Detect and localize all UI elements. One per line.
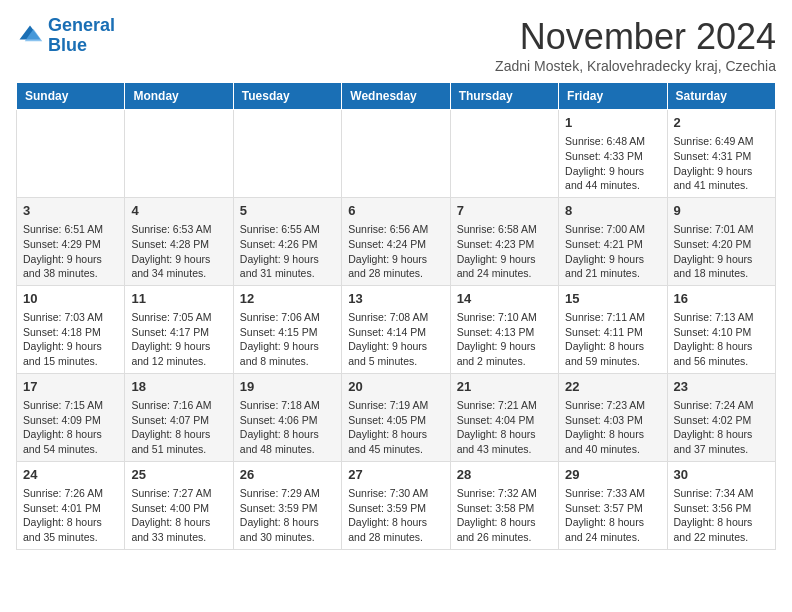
day-number: 2: [674, 114, 769, 132]
day-number: 23: [674, 378, 769, 396]
day-info: Sunrise: 7:19 AM Sunset: 4:05 PM Dayligh…: [348, 398, 443, 457]
calendar-body: 1Sunrise: 6:48 AM Sunset: 4:33 PM Daylig…: [17, 110, 776, 550]
day-info: Sunrise: 7:00 AM Sunset: 4:21 PM Dayligh…: [565, 222, 660, 281]
calendar-cell: 16Sunrise: 7:13 AM Sunset: 4:10 PM Dayli…: [667, 285, 775, 373]
calendar-cell: 20Sunrise: 7:19 AM Sunset: 4:05 PM Dayli…: [342, 373, 450, 461]
weekday-header-wednesday: Wednesday: [342, 83, 450, 110]
week-row-1: 3Sunrise: 6:51 AM Sunset: 4:29 PM Daylig…: [17, 197, 776, 285]
logo-line1: General: [48, 15, 115, 35]
day-info: Sunrise: 7:24 AM Sunset: 4:02 PM Dayligh…: [674, 398, 769, 457]
day-number: 26: [240, 466, 335, 484]
day-info: Sunrise: 7:11 AM Sunset: 4:11 PM Dayligh…: [565, 310, 660, 369]
day-number: 28: [457, 466, 552, 484]
day-info: Sunrise: 6:55 AM Sunset: 4:26 PM Dayligh…: [240, 222, 335, 281]
day-number: 16: [674, 290, 769, 308]
calendar-cell: [17, 110, 125, 198]
calendar-cell: 13Sunrise: 7:08 AM Sunset: 4:14 PM Dayli…: [342, 285, 450, 373]
day-info: Sunrise: 7:33 AM Sunset: 3:57 PM Dayligh…: [565, 486, 660, 545]
day-info: Sunrise: 6:51 AM Sunset: 4:29 PM Dayligh…: [23, 222, 118, 281]
day-info: Sunrise: 7:01 AM Sunset: 4:20 PM Dayligh…: [674, 222, 769, 281]
calendar-cell: 6Sunrise: 6:56 AM Sunset: 4:24 PM Daylig…: [342, 197, 450, 285]
day-info: Sunrise: 7:16 AM Sunset: 4:07 PM Dayligh…: [131, 398, 226, 457]
weekday-header-row: SundayMondayTuesdayWednesdayThursdayFrid…: [17, 83, 776, 110]
calendar-cell: [125, 110, 233, 198]
day-info: Sunrise: 7:29 AM Sunset: 3:59 PM Dayligh…: [240, 486, 335, 545]
day-number: 30: [674, 466, 769, 484]
day-info: Sunrise: 7:08 AM Sunset: 4:14 PM Dayligh…: [348, 310, 443, 369]
calendar-cell: 12Sunrise: 7:06 AM Sunset: 4:15 PM Dayli…: [233, 285, 341, 373]
day-number: 20: [348, 378, 443, 396]
day-info: Sunrise: 7:23 AM Sunset: 4:03 PM Dayligh…: [565, 398, 660, 457]
day-info: Sunrise: 7:10 AM Sunset: 4:13 PM Dayligh…: [457, 310, 552, 369]
day-info: Sunrise: 7:30 AM Sunset: 3:59 PM Dayligh…: [348, 486, 443, 545]
calendar-cell: 14Sunrise: 7:10 AM Sunset: 4:13 PM Dayli…: [450, 285, 558, 373]
day-info: Sunrise: 7:03 AM Sunset: 4:18 PM Dayligh…: [23, 310, 118, 369]
weekday-header-saturday: Saturday: [667, 83, 775, 110]
calendar-cell: 5Sunrise: 6:55 AM Sunset: 4:26 PM Daylig…: [233, 197, 341, 285]
calendar-cell: [342, 110, 450, 198]
calendar-cell: 21Sunrise: 7:21 AM Sunset: 4:04 PM Dayli…: [450, 373, 558, 461]
day-number: 19: [240, 378, 335, 396]
day-info: Sunrise: 7:05 AM Sunset: 4:17 PM Dayligh…: [131, 310, 226, 369]
calendar-cell: 27Sunrise: 7:30 AM Sunset: 3:59 PM Dayli…: [342, 461, 450, 549]
calendar-cell: 3Sunrise: 6:51 AM Sunset: 4:29 PM Daylig…: [17, 197, 125, 285]
calendar-cell: 2Sunrise: 6:49 AM Sunset: 4:31 PM Daylig…: [667, 110, 775, 198]
day-number: 7: [457, 202, 552, 220]
calendar-cell: 10Sunrise: 7:03 AM Sunset: 4:18 PM Dayli…: [17, 285, 125, 373]
day-number: 10: [23, 290, 118, 308]
day-info: Sunrise: 7:26 AM Sunset: 4:01 PM Dayligh…: [23, 486, 118, 545]
calendar: SundayMondayTuesdayWednesdayThursdayFrid…: [16, 82, 776, 550]
calendar-cell: 23Sunrise: 7:24 AM Sunset: 4:02 PM Dayli…: [667, 373, 775, 461]
day-number: 13: [348, 290, 443, 308]
day-number: 8: [565, 202, 660, 220]
day-info: Sunrise: 7:21 AM Sunset: 4:04 PM Dayligh…: [457, 398, 552, 457]
calendar-cell: 18Sunrise: 7:16 AM Sunset: 4:07 PM Dayli…: [125, 373, 233, 461]
calendar-cell: 19Sunrise: 7:18 AM Sunset: 4:06 PM Dayli…: [233, 373, 341, 461]
calendar-cell: 29Sunrise: 7:33 AM Sunset: 3:57 PM Dayli…: [559, 461, 667, 549]
day-number: 9: [674, 202, 769, 220]
calendar-cell: [450, 110, 558, 198]
weekday-header-friday: Friday: [559, 83, 667, 110]
day-info: Sunrise: 6:56 AM Sunset: 4:24 PM Dayligh…: [348, 222, 443, 281]
logo: General Blue: [16, 16, 115, 56]
calendar-cell: 25Sunrise: 7:27 AM Sunset: 4:00 PM Dayli…: [125, 461, 233, 549]
calendar-cell: 26Sunrise: 7:29 AM Sunset: 3:59 PM Dayli…: [233, 461, 341, 549]
week-row-4: 24Sunrise: 7:26 AM Sunset: 4:01 PM Dayli…: [17, 461, 776, 549]
day-info: Sunrise: 7:34 AM Sunset: 3:56 PM Dayligh…: [674, 486, 769, 545]
calendar-cell: 4Sunrise: 6:53 AM Sunset: 4:28 PM Daylig…: [125, 197, 233, 285]
day-info: Sunrise: 7:18 AM Sunset: 4:06 PM Dayligh…: [240, 398, 335, 457]
weekday-header-sunday: Sunday: [17, 83, 125, 110]
weekday-header-thursday: Thursday: [450, 83, 558, 110]
day-number: 21: [457, 378, 552, 396]
day-info: Sunrise: 6:58 AM Sunset: 4:23 PM Dayligh…: [457, 222, 552, 281]
day-number: 22: [565, 378, 660, 396]
weekday-header-tuesday: Tuesday: [233, 83, 341, 110]
calendar-cell: 28Sunrise: 7:32 AM Sunset: 3:58 PM Dayli…: [450, 461, 558, 549]
calendar-header: SundayMondayTuesdayWednesdayThursdayFrid…: [17, 83, 776, 110]
day-info: Sunrise: 6:49 AM Sunset: 4:31 PM Dayligh…: [674, 134, 769, 193]
calendar-cell: 24Sunrise: 7:26 AM Sunset: 4:01 PM Dayli…: [17, 461, 125, 549]
logo-line2: Blue: [48, 35, 87, 55]
day-info: Sunrise: 7:13 AM Sunset: 4:10 PM Dayligh…: [674, 310, 769, 369]
day-number: 14: [457, 290, 552, 308]
day-number: 6: [348, 202, 443, 220]
day-number: 24: [23, 466, 118, 484]
day-number: 17: [23, 378, 118, 396]
day-info: Sunrise: 7:27 AM Sunset: 4:00 PM Dayligh…: [131, 486, 226, 545]
day-number: 18: [131, 378, 226, 396]
location: Zadni Mostek, Kralovehradecky kraj, Czec…: [495, 58, 776, 74]
month-title: November 2024: [495, 16, 776, 58]
day-info: Sunrise: 7:32 AM Sunset: 3:58 PM Dayligh…: [457, 486, 552, 545]
weekday-header-monday: Monday: [125, 83, 233, 110]
calendar-cell: 15Sunrise: 7:11 AM Sunset: 4:11 PM Dayli…: [559, 285, 667, 373]
day-info: Sunrise: 6:48 AM Sunset: 4:33 PM Dayligh…: [565, 134, 660, 193]
day-number: 1: [565, 114, 660, 132]
week-row-2: 10Sunrise: 7:03 AM Sunset: 4:18 PM Dayli…: [17, 285, 776, 373]
day-number: 11: [131, 290, 226, 308]
calendar-cell: 1Sunrise: 6:48 AM Sunset: 4:33 PM Daylig…: [559, 110, 667, 198]
day-number: 12: [240, 290, 335, 308]
day-info: Sunrise: 7:15 AM Sunset: 4:09 PM Dayligh…: [23, 398, 118, 457]
calendar-cell: 8Sunrise: 7:00 AM Sunset: 4:21 PM Daylig…: [559, 197, 667, 285]
logo-icon: [16, 22, 44, 50]
day-number: 29: [565, 466, 660, 484]
